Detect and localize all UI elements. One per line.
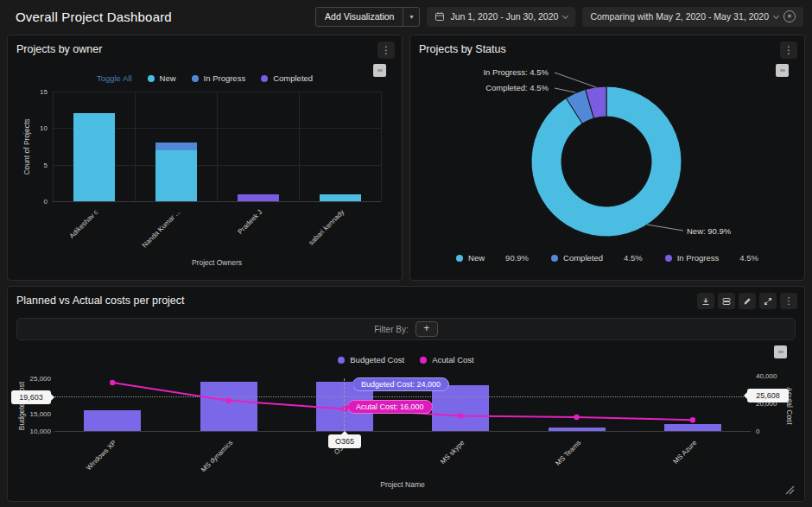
legend-item-in-progress[interactable]: In Progress: [192, 73, 246, 83]
gridline: [381, 92, 382, 201]
gridline: [53, 201, 381, 202]
panel-menu-button[interactable]: ⋮: [780, 293, 797, 309]
legend-dot-in-progress: [665, 255, 672, 262]
legend-label: In Progress: [204, 73, 246, 83]
legend-label: Budgeted Cost: [350, 355, 404, 364]
legend-item-completed[interactable]: Completed: [261, 73, 313, 83]
tooltip-actual-cost: Acutal Cost: 16,000: [347, 400, 433, 414]
date-range-label: Jun 1, 2020 - Jun 30, 2020: [450, 11, 558, 22]
edit-button[interactable]: [739, 293, 756, 309]
panel-toolbar: ⋮: [697, 293, 797, 309]
focus-mode-button[interactable]: [774, 345, 787, 358]
data-point-ms-dynamics[interactable]: [225, 398, 231, 403]
callout-completed: Completed: 4.5%: [485, 83, 549, 92]
tooltip-budgeted-cost: Budgeted Cost: 24,000: [352, 377, 449, 391]
legend-dot-budgeted: [338, 357, 345, 364]
data-point-ms-teams[interactable]: [574, 415, 579, 420]
pencil-icon: [742, 296, 752, 307]
data-point-windows-xp[interactable]: [110, 380, 115, 385]
add-filter-button[interactable]: +: [416, 321, 438, 337]
legend-item-new[interactable]: New: [148, 73, 176, 83]
legend-label: Acutal Cost: [432, 355, 474, 364]
x-axis-title: Project Owners: [53, 258, 381, 267]
page-title: Overall Project Dashboard: [16, 10, 172, 24]
donut-chart-projects-by-status: [410, 35, 805, 281]
legend-dot-completed: [261, 75, 268, 82]
top-bar-controls: Add Visualization ▾ Jun 1, 2020 - Jun 30…: [315, 7, 803, 27]
legend-dot-completed: [551, 255, 558, 262]
legend-value: 4.5%: [739, 253, 758, 263]
combo-chart-planned-vs-actual: 19,603 25,608 Budgeted Cost: 24,000 Acut…: [8, 366, 804, 502]
filter-by-label: Filter By:: [374, 325, 408, 334]
caret-down-icon: ▾: [409, 13, 413, 21]
gridline: [299, 92, 300, 201]
expand-icon: [763, 296, 773, 307]
add-visualization-label[interactable]: Add Visualization: [316, 8, 403, 26]
gridline: [135, 92, 136, 201]
card-view-button[interactable]: [718, 293, 735, 309]
panel-projects-by-status: Projects by Status ⋮ In Progress: 4.5% C…: [409, 35, 805, 281]
comparison-picker[interactable]: Comparing with May 2, 2020 - May 31, 202…: [582, 7, 803, 27]
reference-tag-budgeted: 19,603: [11, 390, 51, 404]
legend-label: New: [160, 73, 176, 83]
chevron-down-icon: [562, 12, 568, 18]
top-bar: Overall Project Dashboard Add Visualizat…: [0, 0, 812, 33]
data-point-ms-azure[interactable]: [690, 417, 695, 422]
comparison-label: Comparing with May 2, 2020 - May 31, 202…: [590, 11, 769, 22]
status-chart-legend: New90.9% Completed4.5% In Progress4.5%: [410, 253, 804, 263]
card-view-icon: [721, 296, 732, 307]
callout-in-progress: In Progress: 4.5%: [483, 67, 549, 77]
panel-title: Planned vs Actual costs per project: [16, 295, 185, 307]
bar-segment-new[interactable]: [73, 113, 115, 201]
legend-label: New: [468, 253, 485, 263]
y-tick-label: 15: [18, 88, 48, 96]
legend-item-budgeted-cost[interactable]: Budgeted Cost: [338, 355, 404, 364]
owner-chart-legend: Toggle All New In Progress Completed: [8, 73, 402, 83]
data-point-ms-skype[interactable]: [458, 413, 463, 418]
costs-chart-legend: Budgeted Cost Acutal Cost: [8, 355, 804, 364]
callout-line: [647, 225, 683, 231]
panel-projects-by-owner: Projects by owner ⋮ Toggle All New In Pr…: [7, 35, 403, 281]
gridline: [217, 92, 218, 201]
calendar-icon: [435, 11, 445, 22]
legend-label: In Progress: [677, 253, 720, 263]
bar-chart-projects-by-owner: 051015Adikeshav cNanda Kumar ...Pradeek …: [8, 84, 402, 277]
legend-label: Completed: [563, 253, 603, 263]
legend-item-actual-cost[interactable]: Acutal Cost: [420, 355, 474, 364]
panel-planned-vs-actual-costs: Planned vs Actual costs per project ⋮ Fi…: [7, 286, 805, 502]
filter-bar: Filter By: +: [16, 318, 796, 340]
panel-title: Projects by owner: [16, 43, 102, 55]
y-tick-label: 0: [18, 198, 48, 206]
chevron-down-icon: [773, 12, 779, 18]
add-visualization-caret[interactable]: ▾: [403, 8, 419, 26]
download-icon: [701, 296, 711, 307]
legend-dot-new: [456, 255, 463, 262]
kebab-icon: ⋮: [784, 295, 794, 307]
download-button[interactable]: [697, 293, 714, 309]
bar-segment-new[interactable]: [320, 194, 361, 201]
bar-segment-completed[interactable]: [238, 194, 279, 201]
panel-menu-button[interactable]: ⋮: [377, 41, 395, 59]
date-range-picker[interactable]: Jun 1, 2020 - Jun 30, 2020: [427, 7, 575, 27]
callout-line: [555, 73, 596, 87]
legend-item-new[interactable]: New90.9%: [456, 253, 529, 263]
legend-value: 90.9%: [505, 253, 529, 263]
bar-segment-new[interactable]: [155, 150, 197, 201]
legend-dot-new: [148, 75, 155, 82]
add-visualization-button[interactable]: Add Visualization ▾: [315, 7, 420, 27]
expand-button[interactable]: [759, 293, 777, 309]
y-axis-title: Count of Projects: [22, 104, 31, 190]
kebab-icon: ⋮: [381, 44, 391, 56]
callout-line: [555, 88, 575, 92]
toggle-all-link[interactable]: Toggle All: [97, 73, 132, 83]
legend-dot-actual: [420, 357, 427, 364]
callout-new: New: 90.9%: [687, 226, 731, 236]
legend-item-completed[interactable]: Completed4.5%: [551, 253, 643, 263]
legend-label: Completed: [273, 73, 313, 83]
clear-comparison-icon[interactable]: ✕: [783, 10, 796, 22]
reference-tag-actual: 25,608: [747, 389, 789, 402]
plus-icon: +: [423, 322, 429, 334]
legend-dot-in-progress: [192, 75, 199, 82]
bar-segment-in-progress[interactable]: [155, 143, 197, 149]
legend-item-in-progress[interactable]: In Progress4.5%: [665, 253, 758, 263]
